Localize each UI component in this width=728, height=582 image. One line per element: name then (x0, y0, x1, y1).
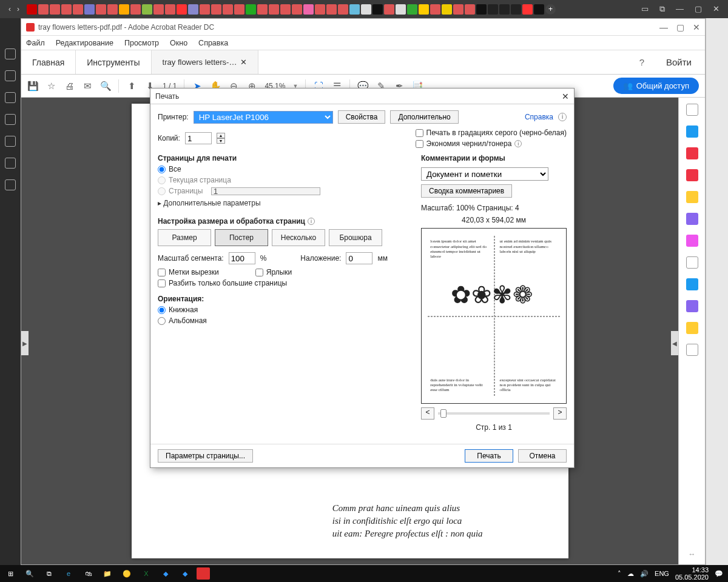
minimize-icon[interactable]: — (676, 4, 684, 14)
browser-tab[interactable] (50, 4, 60, 15)
browser-tab[interactable] (246, 4, 256, 15)
expand-left-icon[interactable]: ▶ (21, 331, 29, 355)
tab-tools[interactable]: Инструменты (76, 50, 151, 74)
browser-tab[interactable] (119, 4, 129, 15)
browser-tab[interactable] (61, 4, 72, 15)
browser-tab[interactable] (234, 4, 244, 15)
menu-view[interactable]: Просмотр (124, 39, 159, 47)
browser-tab[interactable] (303, 4, 314, 15)
browser-tab[interactable] (511, 4, 521, 15)
radio-all[interactable]: Все (158, 164, 413, 175)
menu-help[interactable]: Справка (198, 39, 228, 47)
segment-scale-input[interactable] (229, 252, 255, 264)
rail-send-icon[interactable] (686, 322, 698, 334)
printer-select[interactable]: HP LaserJet P1006 (194, 111, 333, 124)
tray-cloud-icon[interactable]: ☁ (627, 570, 634, 578)
rail-compress-icon[interactable] (686, 278, 698, 290)
rail-export-icon[interactable] (686, 125, 698, 138)
browser-tab[interactable] (315, 4, 325, 15)
mode-multi-button[interactable]: Несколько (272, 229, 325, 246)
edge-icon[interactable]: e (61, 567, 76, 580)
print-button[interactable]: Печать (465, 449, 513, 463)
browser-tab[interactable] (372, 4, 383, 15)
cancel-button[interactable]: Отмена (518, 449, 567, 463)
browser-tab[interactable] (280, 4, 291, 15)
preview-slider[interactable] (438, 412, 550, 415)
browser-tab[interactable] (338, 4, 348, 15)
share-button[interactable]: 👥 Общий доступ (613, 78, 699, 94)
browser-tab[interactable] (38, 4, 49, 15)
size-info-icon[interactable]: i (308, 218, 315, 225)
grayscale-checkbox[interactable]: Печать в градациях серого (черно-белая) (416, 129, 567, 137)
store-icon[interactable]: 🛍 (80, 567, 96, 580)
browser-tab[interactable] (442, 4, 452, 15)
browser-tab[interactable] (396, 4, 406, 15)
search-icon[interactable]: 🔍 (100, 81, 111, 92)
rail-collapse-icon[interactable]: ↔ (689, 550, 696, 564)
browser-tab[interactable] (223, 4, 233, 15)
browser-tab[interactable] (499, 4, 510, 15)
search-icon[interactable]: 🔍 (22, 567, 38, 580)
browser-tab[interactable] (153, 4, 164, 15)
acr-minimize-icon[interactable]: — (659, 22, 668, 32)
browser-tab[interactable] (257, 4, 268, 15)
advanced-button[interactable]: Дополнительно (390, 110, 458, 124)
photoshop-icon[interactable]: ◆ (158, 567, 174, 580)
save-icon[interactable]: 💾 (27, 81, 38, 92)
mode-poster-button[interactable]: Постер (215, 229, 268, 246)
pin-icon[interactable]: ⧉ (659, 4, 665, 14)
star-icon[interactable]: ☆ (46, 81, 56, 92)
comments-summary-button[interactable]: Сводка комментариев (421, 184, 512, 198)
window-controls[interactable]: ▭ ⧉ — ▢ ✕ (635, 4, 726, 14)
mode-booklet-button[interactable]: Брошюра (329, 229, 382, 246)
page-setup-button[interactable]: Параметры страницы... (158, 449, 253, 463)
more-params-toggle[interactable]: ▸ Дополнительные параметры (158, 196, 413, 210)
radio-landscape[interactable]: Альбомная (158, 315, 413, 326)
excel-icon[interactable]: X (138, 567, 154, 580)
browser-tab[interactable] (211, 4, 221, 15)
browser-tab[interactable] (130, 4, 141, 15)
overlap-input[interactable] (346, 252, 372, 264)
browser-tab[interactable] (349, 4, 360, 15)
start-button[interactable]: ⊞ (2, 567, 18, 580)
radio-portrait[interactable]: Книжная (158, 304, 413, 315)
tray-lang[interactable]: ENG (655, 570, 669, 577)
menu-file[interactable]: Файл (26, 39, 45, 47)
browser-tab[interactable] (326, 4, 337, 15)
tray-volume-icon[interactable]: 🔊 (640, 570, 649, 578)
app-icon[interactable]: ◆ (177, 567, 193, 580)
rail-icon[interactable] (5, 136, 16, 147)
taskview-icon[interactable]: ⧉ (41, 567, 57, 580)
browser-tab[interactable] (488, 4, 498, 15)
dialog-close-icon[interactable]: ✕ (562, 92, 569, 101)
rail-icon[interactable] (5, 179, 16, 190)
radio-pages[interactable]: Страницы (158, 186, 413, 196)
acr-maximize-icon[interactable]: ▢ (676, 22, 684, 32)
rail-home-icon[interactable] (5, 48, 16, 59)
browser-tab[interactable] (27, 4, 37, 15)
maximize-icon[interactable]: ▢ (695, 4, 702, 14)
tab-document[interactable]: tray flowers letters-… ✕ (152, 50, 259, 74)
browser-tab[interactable] (292, 4, 302, 15)
all-tabs-icon[interactable]: ▭ (641, 4, 649, 14)
browser-tab[interactable] (534, 4, 544, 15)
browser-tab[interactable] (177, 4, 187, 15)
nav-back-forward[interactable]: ‹› (2, 5, 25, 13)
browser-tab[interactable] (384, 4, 394, 15)
preview-next-button[interactable]: > (553, 407, 567, 420)
inksave-info-icon[interactable]: i (514, 140, 522, 147)
explorer-icon[interactable]: 📁 (99, 567, 115, 580)
page-up-icon[interactable]: ⬆ (126, 81, 137, 92)
tray-notifications-icon[interactable]: 💬 (715, 570, 723, 578)
acr-close-icon[interactable]: ✕ (693, 22, 700, 32)
expand-right-icon[interactable]: ◀ (671, 331, 678, 355)
browser-tab[interactable] (84, 4, 95, 15)
rail-redact-icon[interactable] (686, 235, 698, 247)
rail-icon[interactable] (5, 158, 16, 169)
tab-home[interactable]: Главная (21, 50, 76, 74)
acrobat-taskbar-icon[interactable] (197, 567, 210, 580)
tab-close-icon[interactable]: ✕ (240, 58, 247, 67)
rail-search-icon[interactable] (686, 104, 698, 116)
rail-protect-icon[interactable] (686, 256, 698, 269)
rail-edit-icon[interactable] (686, 169, 698, 181)
